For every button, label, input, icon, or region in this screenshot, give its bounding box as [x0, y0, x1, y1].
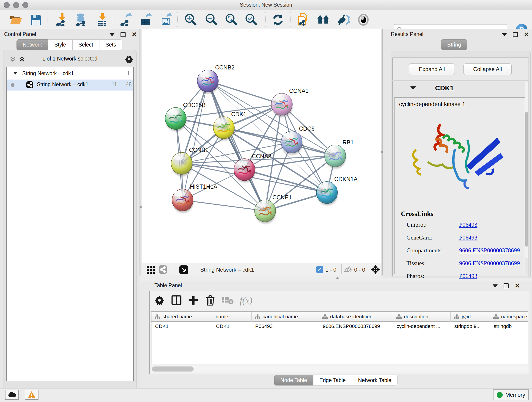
grid-view-icon[interactable]	[146, 265, 155, 274]
tab-sets[interactable]: Sets	[99, 39, 122, 50]
export-image-icon[interactable]	[160, 13, 173, 26]
tab-style[interactable]: Style	[48, 39, 72, 50]
hide-panel-icon[interactable]	[337, 13, 350, 26]
table-cell[interactable]: 9606.ENSP00000378699	[319, 322, 393, 331]
import-table-icon[interactable]	[96, 13, 109, 26]
pan-crosshair-icon[interactable]	[371, 265, 380, 274]
control-panel-close-icon[interactable]: ✕	[132, 32, 137, 37]
delete-column-icon[interactable]	[204, 294, 217, 307]
warning-status-button[interactable]	[25, 390, 38, 400]
crosslink-value-link[interactable]: P06493	[459, 273, 477, 280]
presentation-icon[interactable]	[357, 13, 370, 26]
right-splitter[interactable]	[381, 29, 383, 275]
tab-edge-table[interactable]: Edge Table	[313, 375, 352, 385]
string-style-icon[interactable]	[158, 265, 167, 274]
tab-network-table[interactable]: Network Table	[352, 375, 398, 385]
network-node-CCNA1[interactable]: CCNA1	[271, 88, 309, 117]
network-row-selected[interactable]: String Network – cdk1 11 48	[7, 80, 133, 90]
network-node-HIST1H1A[interactable]: HIST1H1A	[172, 183, 217, 213]
table-cell[interactable]: stringdb:9...	[451, 322, 490, 331]
network-edge[interactable]	[208, 81, 265, 211]
results-panel-menu-icon[interactable]	[502, 33, 507, 36]
tab-select[interactable]: Select	[72, 39, 99, 50]
network-node-RB1[interactable]: RB1	[325, 139, 354, 169]
add-column-icon[interactable]	[187, 294, 200, 307]
node-table[interactable]: shared namenamecanonical namedatabase id…	[151, 312, 528, 364]
zoom-in-icon[interactable]	[184, 13, 197, 26]
control-panel-title: Control Panel	[4, 31, 36, 37]
column-header-database-identifier[interactable]: database identifier	[319, 312, 393, 322]
export-network-icon[interactable]	[120, 13, 133, 26]
table-cell[interactable]: CDK1	[152, 322, 212, 331]
crosslink-value-link[interactable]: 9606.ENSP00000378699	[459, 260, 520, 267]
zoom-selected-icon[interactable]	[245, 13, 258, 26]
column-header-namespace[interactable]: namespace	[490, 312, 528, 322]
gene-collapse-caret[interactable]	[410, 86, 416, 89]
table-settings-gear-icon[interactable]	[153, 294, 166, 307]
refresh-layout-icon[interactable]	[271, 13, 285, 26]
home-icon[interactable]	[317, 13, 330, 26]
control-panel-tabs: NetworkStyleSelectSets	[17, 39, 122, 50]
open-session-icon[interactable]	[9, 13, 23, 26]
collection-expand-caret[interactable]	[13, 72, 18, 75]
column-header-description[interactable]: description	[393, 312, 451, 322]
gear-icon[interactable]	[125, 55, 133, 63]
network-edge[interactable]	[208, 81, 282, 104]
network-edge[interactable]	[183, 200, 265, 211]
gene-section-header[interactable]: CDK1	[393, 81, 529, 96]
table-panel-float-icon[interactable]	[504, 283, 509, 288]
show-columns-icon[interactable]	[170, 294, 183, 307]
expand-all-button[interactable]: Expand All	[409, 64, 455, 75]
table-row[interactable]: CDK1CDK1P064939606.ENSP00000378699cyclin…	[152, 322, 528, 331]
collapse-all-button[interactable]: Collapse All	[463, 64, 512, 75]
birdseye-toggle-icon[interactable]	[179, 265, 188, 274]
network-view-title: String Network – cdk1	[200, 267, 254, 273]
tab-string[interactable]: String	[441, 39, 467, 50]
network-node-CDC6[interactable]: CDC6	[281, 125, 315, 155]
node-label-CDK1: CDK1	[231, 111, 247, 117]
control-panel-float-icon[interactable]	[120, 32, 126, 37]
zoom-fit-icon[interactable]	[225, 13, 238, 26]
crosslink-value-link[interactable]: 9606.ENSP00000378699	[459, 247, 520, 254]
table-cell[interactable]: P06493	[252, 322, 319, 331]
save-session-icon[interactable]	[29, 13, 43, 26]
tab-network[interactable]: Network	[17, 39, 48, 50]
table-panel-menu-icon[interactable]	[493, 284, 498, 287]
import-network-icon[interactable]	[56, 13, 69, 26]
column-header-shared-name[interactable]: shared name	[152, 312, 212, 322]
network-collection-row[interactable]: String Network – cdk1 1	[7, 69, 133, 80]
crosslink-value-link[interactable]: P06493	[459, 221, 477, 228]
network-canvas[interactable]: CCNB2CCNA1CDC25BCDK1CDC6RB1CCNB1CCNA2CDK…	[142, 29, 381, 263]
export-table-icon[interactable]	[139, 13, 152, 26]
crosslink-value-link[interactable]: P06493	[459, 234, 477, 241]
copy-network-icon[interactable]	[296, 13, 310, 26]
table-cell[interactable]: stringdb	[490, 322, 528, 331]
import-database-icon[interactable]	[75, 13, 88, 26]
shared-column-icon	[493, 314, 499, 319]
table-cell[interactable]: cyclin-dependent ...	[393, 322, 451, 331]
memory-button[interactable]: Memory	[493, 389, 529, 400]
left-splitter[interactable]	[139, 29, 141, 275]
results-panel-close-icon[interactable]: ✕	[524, 32, 529, 37]
column-header-name[interactable]: name	[212, 312, 252, 322]
network-node-CCNB1[interactable]: CCNB1	[171, 147, 209, 176]
column-header--id[interactable]: @id	[451, 312, 490, 322]
network-edge[interactable]	[224, 128, 335, 156]
network-edge-count: 48	[126, 81, 132, 88]
network-node-CDKN1A[interactable]: CDKN1A	[317, 176, 358, 205]
network-node-CDK1[interactable]: CDK1	[213, 111, 247, 140]
control-panel-menu-icon[interactable]	[109, 33, 114, 36]
column-header-canonical-name[interactable]: canonical name	[252, 312, 319, 322]
table-panel-close-icon[interactable]: ✕	[515, 283, 520, 288]
tab-node-table[interactable]: Node Table	[274, 375, 313, 385]
network-node-CDC25B[interactable]: CDC25B	[165, 102, 206, 131]
cloud-status-button[interactable]	[5, 390, 19, 400]
network-edge[interactable]	[183, 81, 208, 200]
network-node-CCNB2[interactable]: CCNB2	[197, 64, 234, 94]
zoom-out-icon[interactable]	[205, 13, 218, 26]
table-cell[interactable]: CDK1	[212, 322, 252, 331]
results-scrollbar[interactable]	[525, 82, 528, 258]
table-hscrollbar[interactable]	[151, 366, 528, 372]
results-panel-float-icon[interactable]	[513, 32, 518, 37]
selected-checkbox[interactable]: ✓	[316, 266, 323, 273]
